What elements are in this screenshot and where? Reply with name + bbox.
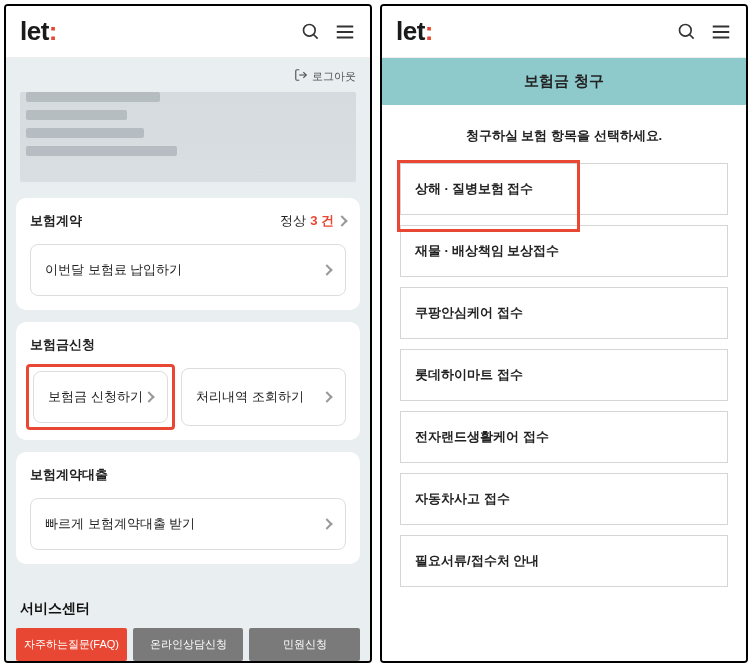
claim-card: 보험금신청 보험금 신청하기 처리내역 조회하기: [16, 322, 360, 440]
service-center-title: 서비스센터: [6, 576, 370, 628]
claim-history-button[interactable]: 처리내역 조회하기: [181, 368, 346, 426]
contract-header: 보험계약 정상 3 건: [30, 212, 346, 230]
contract-card: 보험계약 정상 3 건 이번달 보험료 납입하기: [16, 198, 360, 310]
option-documents-guide[interactable]: 필요서류/접수처 안내: [400, 535, 728, 587]
apply-claim-button[interactable]: 보험금 신청하기: [33, 371, 168, 423]
logout-row: 로그아웃: [6, 58, 370, 84]
option-coupang-care[interactable]: 쿠팡안심케어 접수: [400, 287, 728, 339]
svg-line-1: [314, 34, 318, 38]
tab-online-consult[interactable]: 온라인상담신청: [133, 628, 244, 661]
logo-colon: :: [425, 16, 433, 46]
contract-status[interactable]: 정상 3 건: [280, 212, 346, 230]
claim-history-label: 처리내역 조회하기: [196, 388, 304, 406]
user-info-blurred: [20, 92, 356, 182]
page-subtitle: 청구하실 보험 항목을 선택하세요.: [382, 105, 746, 163]
tab-complaint[interactable]: 민원신청: [249, 628, 360, 661]
header: let:: [6, 6, 370, 58]
apply-claim-label: 보험금 신청하기: [48, 388, 143, 406]
chevron-right-icon: [321, 264, 332, 275]
svg-line-7: [690, 34, 694, 38]
claim-title: 보험금신청: [30, 336, 95, 354]
logo-text: let: [20, 16, 49, 46]
loan-header: 보험계약대출: [30, 466, 346, 484]
screen-main: let: 로그아웃 보험계약: [4, 4, 372, 663]
status-label: 정상: [280, 212, 306, 230]
svg-point-6: [680, 24, 692, 36]
page-title: 보험금 청구: [382, 58, 746, 105]
highlight-apply: 보험금 신청하기: [26, 364, 175, 430]
logo[interactable]: let:: [396, 16, 433, 47]
pay-premium-label: 이번달 보험료 납입하기: [45, 261, 182, 279]
option-injury-illness[interactable]: 상해 · 질병보험 접수: [400, 163, 728, 215]
svg-point-0: [304, 24, 316, 36]
chevron-right-icon: [321, 518, 332, 529]
claim-header: 보험금신청: [30, 336, 346, 354]
claim-buttons: 보험금 신청하기 처리내역 조회하기: [30, 368, 346, 426]
header-actions: [300, 21, 356, 43]
screen-claim-select: let: 보험금 청구 청구하실 보험 항목을 선택하세요. 상해 · 질병보험…: [380, 4, 748, 663]
loan-card: 보험계약대출 빠르게 보험계약대출 받기: [16, 452, 360, 564]
option-car-accident[interactable]: 자동차사고 접수: [400, 473, 728, 525]
search-icon[interactable]: [676, 21, 698, 43]
main-body: 로그아웃 보험계약 정상 3 건 이번달 보험료 납입하기: [6, 58, 370, 661]
pay-premium-button[interactable]: 이번달 보험료 납입하기: [30, 244, 346, 296]
tab-faq[interactable]: 자주하는질문(FAQ): [16, 628, 127, 661]
option-property-liability[interactable]: 재물 · 배상책임 보상접수: [400, 225, 728, 277]
option-lotte-himart[interactable]: 롯데하이마트 접수: [400, 349, 728, 401]
quick-loan-label: 빠르게 보험계약대출 받기: [45, 515, 195, 533]
logout-icon[interactable]: [294, 68, 308, 84]
header: let:: [382, 6, 746, 58]
claim-body: 보험금 청구 청구하실 보험 항목을 선택하세요. 상해 · 질병보험 접수 재…: [382, 58, 746, 661]
menu-icon[interactable]: [334, 21, 356, 43]
menu-icon[interactable]: [710, 21, 732, 43]
contract-title: 보험계약: [30, 212, 82, 230]
status-count: 3 건: [310, 212, 334, 230]
quick-loan-button[interactable]: 빠르게 보험계약대출 받기: [30, 498, 346, 550]
chevron-right-icon: [336, 215, 347, 226]
logo-colon: :: [49, 16, 57, 46]
header-actions: [676, 21, 732, 43]
chevron-right-icon: [321, 391, 332, 402]
option-electroland[interactable]: 전자랜드생활케어 접수: [400, 411, 728, 463]
service-tabs: 자주하는질문(FAQ) 온라인상담신청 민원신청: [6, 628, 370, 661]
logo[interactable]: let:: [20, 16, 57, 47]
logo-text: let: [396, 16, 425, 46]
chevron-right-icon: [143, 391, 154, 402]
loan-title: 보험계약대출: [30, 466, 108, 484]
claim-option-list: 상해 · 질병보험 접수 재물 · 배상책임 보상접수 쿠팡안심케어 접수 롯데…: [382, 163, 746, 587]
search-icon[interactable]: [300, 21, 322, 43]
logout-button[interactable]: 로그아웃: [312, 69, 356, 84]
